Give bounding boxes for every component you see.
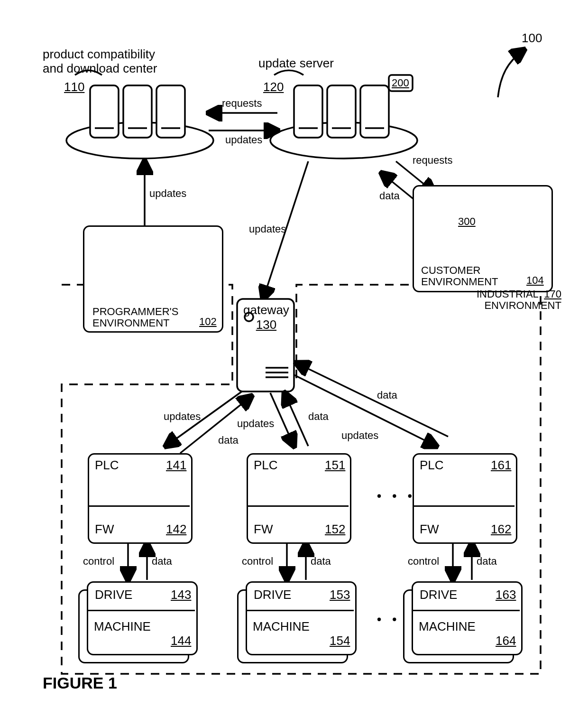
plc3-ref: 161 bbox=[491, 458, 511, 473]
gateway-label: gateway 130 bbox=[243, 303, 289, 332]
machine3-ref: 164 bbox=[496, 633, 516, 648]
plc1-label: PLC bbox=[95, 458, 119, 473]
plc2-label: PLC bbox=[254, 458, 278, 473]
edge-control-2: control bbox=[242, 555, 273, 568]
fw2-ref: 152 bbox=[325, 522, 345, 537]
customer-env-ref: 104 bbox=[526, 274, 544, 287]
customer-module: 300 bbox=[458, 215, 476, 228]
edge-data-plc1: data bbox=[218, 434, 239, 447]
edge-updates-plc1: updates bbox=[164, 410, 201, 423]
update-server-label: update server bbox=[258, 56, 334, 71]
svg-rect-2 bbox=[123, 85, 152, 138]
edge-data-d1: data bbox=[152, 555, 172, 568]
edge-updates-plc2: updates bbox=[237, 418, 274, 430]
pcdc-servers bbox=[90, 85, 185, 138]
edge-updates-1: updates bbox=[225, 134, 262, 146]
drive1-label: DRIVE bbox=[95, 587, 132, 602]
edge-control-1: control bbox=[83, 555, 114, 568]
figure-canvas: 100 product compatibility and download c… bbox=[0, 0, 588, 708]
fw3-label: FW bbox=[420, 522, 439, 537]
svg-line-31 bbox=[296, 363, 448, 437]
edge-data-d3: data bbox=[477, 555, 497, 568]
edge-requests-1: requests bbox=[222, 97, 262, 110]
system-ref: 100 bbox=[522, 31, 542, 46]
edge-requests-cust: requests bbox=[413, 154, 452, 167]
edge-updates-gw: updates bbox=[249, 223, 286, 235]
machine2-ref: 154 bbox=[330, 633, 350, 648]
plc3-label: PLC bbox=[420, 458, 444, 473]
svg-line-29 bbox=[285, 393, 308, 446]
fw1-ref: 142 bbox=[166, 522, 186, 537]
update-server-ref: 120 bbox=[263, 80, 284, 94]
drive2-ref: 153 bbox=[330, 587, 350, 602]
edge-data-d2: data bbox=[311, 555, 331, 568]
update-server-module: 200 bbox=[392, 77, 409, 89]
svg-rect-9 bbox=[327, 85, 356, 138]
machine1-label: MACHINE bbox=[94, 619, 151, 634]
edge-data-cust: data bbox=[379, 190, 400, 202]
svg-rect-8 bbox=[294, 85, 322, 138]
machine1-ref: 144 bbox=[171, 633, 191, 648]
drive2-label: DRIVE bbox=[254, 587, 291, 602]
plc2-ref: 151 bbox=[325, 458, 345, 473]
fw2-label: FW bbox=[254, 522, 273, 537]
edge-updates-plc3: updates bbox=[341, 429, 378, 442]
edge-control-3: control bbox=[408, 555, 439, 568]
edge-updates-prog: updates bbox=[149, 187, 186, 200]
fw3-ref: 162 bbox=[491, 522, 511, 537]
customer-env-label: CUSTOMER ENVIRONMENT bbox=[421, 265, 498, 288]
programmer-env-ref: 102 bbox=[199, 316, 217, 328]
industrial-env-label: INDUSTRIAL 170 ENVIRONMENT bbox=[477, 289, 561, 311]
programmer-env-label: PROGRAMMER'S ENVIRONMENT bbox=[92, 306, 178, 329]
svg-rect-3 bbox=[156, 85, 185, 138]
drive3-ref: 163 bbox=[496, 587, 516, 602]
machine3-label: MACHINE bbox=[419, 619, 476, 634]
machine2-label: MACHINE bbox=[253, 619, 310, 634]
pcdc-ref: 110 bbox=[64, 80, 84, 94]
fw1-label: FW bbox=[95, 522, 114, 537]
drive3-label: DRIVE bbox=[420, 587, 457, 602]
drive1-ref: 143 bbox=[171, 587, 191, 602]
ellipsis-1: • • • bbox=[377, 489, 416, 503]
edge-data-plc2: data bbox=[308, 410, 329, 423]
edge-data-plc3: data bbox=[377, 389, 397, 401]
plc1-ref: 141 bbox=[166, 458, 186, 473]
figure-label: FIGURE 1 bbox=[43, 674, 117, 692]
svg-rect-10 bbox=[360, 85, 389, 138]
pcdc-label: product compatibility and download cente… bbox=[43, 47, 157, 76]
svg-rect-1 bbox=[90, 85, 119, 138]
